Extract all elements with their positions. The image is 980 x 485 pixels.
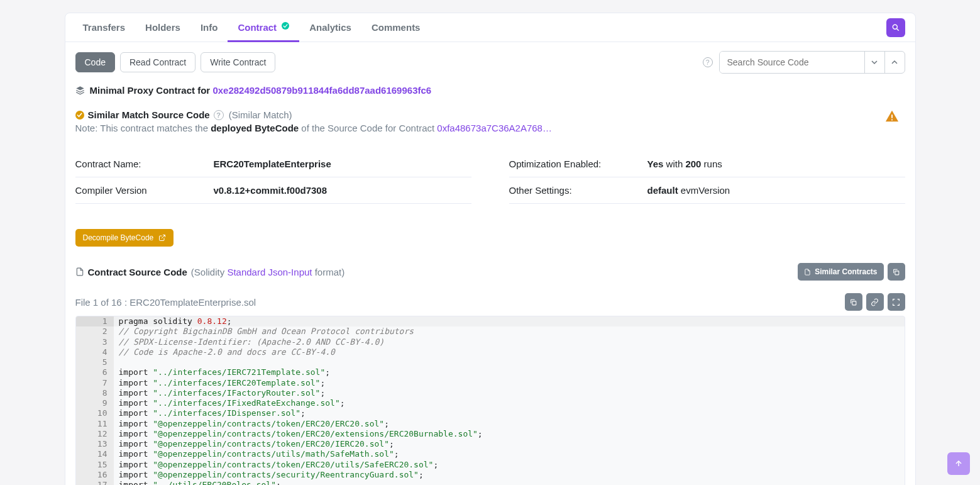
tab-analytics[interactable]: Analytics [299, 13, 361, 42]
svg-rect-4 [852, 301, 856, 304]
verified-check-icon [282, 22, 289, 30]
similar-contracts-button[interactable]: Similar Contracts [798, 263, 883, 281]
tab-contract-label: Contract [238, 22, 277, 33]
permalink-button[interactable] [866, 293, 884, 311]
code-line[interactable]: 17import "../utils/ERC20Roles.sol"; [76, 480, 905, 485]
code-line[interactable]: 8import "../interfaces/IFactoryRouter.so… [76, 388, 905, 398]
code-line[interactable]: 16import "@openzeppelin/contracts/securi… [76, 470, 905, 480]
match-title: Similar Match Source Code [88, 109, 210, 120]
scroll-top-button[interactable] [947, 452, 970, 475]
match-help-icon[interactable]: ? [214, 110, 224, 120]
proxy-label: Minimal Proxy Contract for 0xe282492d508… [90, 85, 432, 96]
tab-transfers[interactable]: Transfers [73, 13, 136, 42]
copy-all-button[interactable] [888, 263, 905, 281]
source-search-input[interactable] [720, 52, 864, 73]
source-code-title: Contract Source Code [88, 267, 187, 277]
search-prev-button[interactable] [884, 52, 905, 73]
source-code-meta: (Solidity Standard Json-Input format) [191, 267, 344, 277]
contract-name-row: Contract Name: ERC20TemplateEnterprise [75, 151, 471, 177]
file-icon [804, 269, 811, 276]
source-search-group [719, 51, 905, 74]
code-line[interactable]: 10import "../interfaces/IDispenser.sol"; [76, 408, 905, 418]
code-line[interactable]: 5 [76, 357, 905, 367]
code-line[interactable]: 2// Copyright BigchainDB GmbH and Ocean … [76, 326, 905, 337]
code-line[interactable]: 9import "../interfaces/IFixedRateExchang… [76, 398, 905, 408]
contract-name-label: Contract Name: [75, 159, 214, 169]
code-line[interactable]: 1pragma solidity 0.8.12; [76, 316, 905, 326]
tab-holders[interactable]: Holders [135, 13, 190, 42]
file-icon [75, 267, 84, 276]
svg-point-0 [893, 25, 897, 29]
json-input-link[interactable]: Standard Json-Input [227, 267, 312, 277]
match-meta: (Similar Match) [229, 109, 292, 120]
tab-contract[interactable]: Contract [228, 13, 299, 42]
external-link-icon [158, 234, 166, 242]
decompile-button[interactable]: Decompile ByteCode [75, 229, 174, 247]
layers-icon [75, 86, 85, 95]
fullscreen-button[interactable] [888, 293, 905, 311]
other-settings-row: Other Settings: default evmVersion [509, 177, 905, 204]
code-editor[interactable]: 1pragma solidity 0.8.12;2// Copyright Bi… [75, 316, 905, 485]
subtab-read[interactable]: Read Contract [120, 52, 195, 72]
other-settings-label: Other Settings: [509, 185, 647, 196]
optimization-label: Optimization Enabled: [509, 159, 647, 169]
optimization-value: Yes with 200 runs [647, 159, 722, 169]
match-address-link[interactable]: 0xfa48673a7C36A2A768… [437, 123, 552, 133]
contract-name-value: ERC20TemplateEnterprise [214, 159, 331, 169]
search-button[interactable] [886, 18, 905, 37]
compiler-row: Compiler Version v0.8.12+commit.f00d7308 [75, 177, 471, 204]
code-line[interactable]: 13import "@openzeppelin/contracts/token/… [76, 439, 905, 449]
proxy-info: Minimal Proxy Contract for 0xe282492d508… [75, 85, 905, 96]
code-line[interactable]: 11import "@openzeppelin/contracts/token/… [76, 419, 905, 429]
optimization-row: Optimization Enabled: Yes with 200 runs [509, 151, 905, 177]
svg-rect-3 [895, 270, 899, 274]
code-line[interactable]: 3// SPDX-License-Identifier: (Apache-2.0… [76, 337, 905, 347]
compiler-label: Compiler Version [75, 185, 214, 196]
code-line[interactable]: 15import "@openzeppelin/contracts/token/… [76, 460, 905, 470]
svg-rect-2 [891, 120, 893, 121]
code-line[interactable]: 7import "../interfaces/IERC20Template.so… [76, 378, 905, 388]
subtab-write[interactable]: Write Contract [201, 52, 275, 72]
copy-file-button[interactable] [845, 293, 862, 311]
other-settings-value: default evmVersion [647, 185, 730, 196]
subtab-code[interactable]: Code [75, 52, 115, 72]
svg-rect-1 [891, 114, 893, 118]
tab-comments[interactable]: Comments [361, 13, 431, 42]
proxy-address-link[interactable]: 0xe282492d50879b911844fa6dd87aad6169963f… [212, 85, 431, 96]
help-icon[interactable]: ? [703, 57, 713, 67]
code-line[interactable]: 4// Code is Apache-2.0 and docs are CC-B… [76, 347, 905, 357]
warning-icon[interactable] [885, 109, 899, 125]
code-line[interactable]: 14import "@openzeppelin/contracts/utils/… [76, 449, 905, 459]
code-line[interactable]: 6import "../interfaces/IERC721Template.s… [76, 367, 905, 377]
compiler-value: v0.8.12+commit.f00d7308 [214, 185, 328, 196]
search-next-button[interactable] [864, 52, 884, 73]
main-tabs: Transfers Holders Info Contract Analytic… [65, 13, 915, 42]
check-circle-icon [75, 111, 84, 120]
match-note: Note: This contract matches the deployed… [75, 123, 885, 133]
code-line[interactable]: 12import "@openzeppelin/contracts/token/… [76, 429, 905, 439]
file-label: File 1 of 16 : ERC20TemplateEnterprise.s… [75, 297, 256, 308]
tab-info[interactable]: Info [190, 13, 228, 42]
